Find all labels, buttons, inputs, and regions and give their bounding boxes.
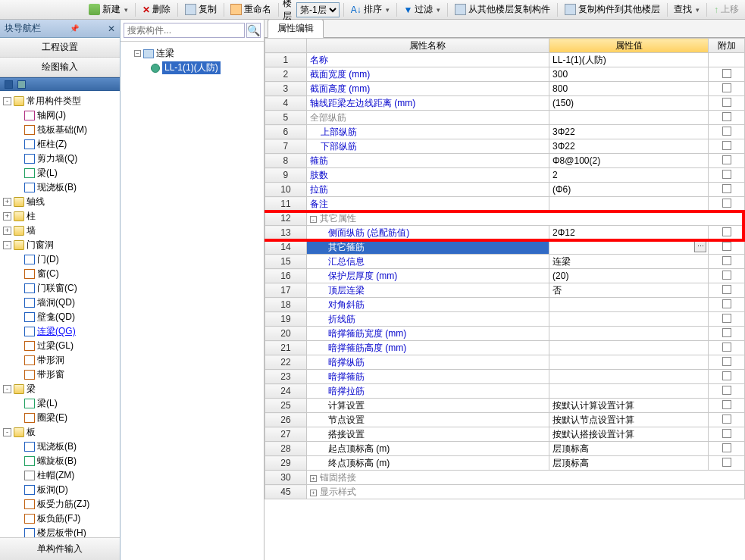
checkbox[interactable] [722,415,731,424]
property-row[interactable]: 21暗撑箍筋高度 (mm) [265,341,745,355]
property-row[interactable]: 8箍筋Φ8@100(2) [265,154,745,168]
tree-node[interactable]: +门联窗(C) [2,281,118,296]
component-root[interactable]: −连梁 [124,46,261,61]
checkbox[interactable] [722,83,731,92]
group-header[interactable]: +显示样式 [306,485,744,499]
property-value[interactable]: (20) [549,269,709,283]
property-value[interactable] [549,298,709,312]
tree-node[interactable]: +壁龛(QD) [2,310,118,324]
checkbox[interactable] [722,227,731,236]
property-row[interactable]: 17顶层连梁否 [265,283,745,298]
property-value[interactable] [549,312,709,327]
checkbox[interactable] [722,199,731,208]
property-value[interactable]: 否 [549,283,709,298]
ellipsis-button[interactable]: ⋯ [694,241,706,252]
property-value[interactable]: 300 [549,67,709,82]
property-row[interactable]: 9肢数2 [265,168,745,183]
checkbox[interactable] [722,285,731,294]
property-row[interactable]: 25计算设置按默认计算设置计算 [265,399,745,413]
tree-node[interactable]: +墙 [2,224,118,238]
moveup-button[interactable]: ↑上移 [711,2,742,17]
checkbox[interactable] [722,314,731,323]
group-header[interactable]: +锚固搭接 [306,471,744,485]
tree-node[interactable]: +轴线 [2,195,118,209]
drawing-input-button[interactable]: 绘图输入 [0,58,120,77]
property-row[interactable]: 10拉筋(Φ6) [265,183,745,197]
checkbox[interactable] [722,256,731,265]
expand-icon[interactable]: + [3,198,11,206]
view-mode-1[interactable] [5,80,13,89]
checkbox[interactable] [722,458,731,467]
floor-select[interactable]: 第-1层 [296,2,340,17]
property-value[interactable]: 层顶标高 [549,456,709,471]
property-row[interactable]: 2截面宽度 (mm)300 [265,67,745,82]
checkbox[interactable] [722,386,731,395]
tree-node[interactable]: +柱 [2,209,118,224]
tree-node[interactable]: +门(D) [2,252,118,267]
tree-node[interactable]: +板洞(D) [2,483,118,497]
checkbox[interactable] [722,242,731,251]
expand-icon[interactable]: + [3,227,11,235]
tree-node[interactable]: +剪力墙(Q) [2,152,118,166]
tree-node[interactable]: +轴网(J) [2,108,118,123]
property-value[interactable]: LL-1(1)(人防) [549,53,709,67]
expand-icon[interactable]: - [3,428,11,436]
checkbox[interactable] [722,127,731,136]
checkbox[interactable] [722,271,731,280]
checkbox[interactable] [722,343,731,352]
property-row[interactable]: 26节点设置按默认节点设置计算 [265,413,745,427]
checkbox[interactable] [722,155,731,164]
property-row[interactable]: 24暗撑拉筋 [265,384,745,399]
checkbox[interactable] [722,141,731,150]
tree-node[interactable]: +连梁(QG) [2,324,118,339]
property-row[interactable]: 20暗撑箍筋宽度 (mm) [265,327,745,341]
property-value[interactable] [549,370,709,384]
property-value[interactable]: 3Φ22 [549,125,709,139]
tree-node[interactable]: -常用构件类型 [2,94,118,108]
view-mode-2[interactable] [17,80,26,89]
tab-property-edit[interactable]: 属性编辑 [268,20,324,38]
property-value[interactable]: 按默认节点设置计算 [549,413,709,427]
property-row[interactable]: 11备注 [265,197,745,211]
checkbox[interactable] [722,98,731,107]
tree-node[interactable]: +圈梁(E) [2,411,118,425]
component-item[interactable]: LL-1(1)(人防) [124,61,261,75]
project-settings-button[interactable]: 工程设置 [0,38,120,58]
property-value[interactable] [549,355,709,370]
tree-node[interactable]: -板 [2,425,118,440]
property-row[interactable]: 1名称LL-1(1)(人防) [265,53,745,67]
tree-node[interactable]: +螺旋板(B) [2,454,118,468]
checkbox[interactable] [722,299,731,308]
property-value[interactable]: 2 [549,168,709,183]
property-value[interactable]: ⋯ [549,240,709,255]
property-value[interactable]: 2Φ12 [549,226,709,240]
property-row[interactable]: 16保护层厚度 (mm)(20) [265,269,745,283]
property-row[interactable]: 4轴线距梁左边线距离 (mm)(150) [265,96,745,111]
tree-node[interactable]: -梁 [2,382,118,396]
property-value[interactable] [549,341,709,355]
copy-to-floor-button[interactable]: 复制构件到其他楼层 [562,2,663,17]
property-value[interactable]: 800 [549,82,709,96]
property-row[interactable]: 22暗撑纵筋 [265,355,745,370]
checkbox[interactable] [722,69,731,78]
tree-node[interactable]: +楼层板带(H) [2,526,118,537]
checkbox[interactable] [722,184,731,193]
property-row[interactable]: 15汇总信息连梁 [265,255,745,269]
close-icon[interactable]: ✕ [108,23,115,34]
property-row[interactable]: 13侧面纵筋 (总配筋值)2Φ12 [265,226,745,240]
property-row[interactable]: 30+锚固搭接 [265,471,745,485]
tree-node[interactable]: +梁(L) [2,166,118,180]
checkbox[interactable] [722,328,731,337]
copy-from-floor-button[interactable]: 从其他楼层复制构件 [452,2,553,17]
filter-button[interactable]: ▼过滤▾ [400,2,443,17]
checkbox[interactable] [722,170,731,179]
group-toggle-icon[interactable]: + [310,475,317,482]
expand-icon[interactable]: + [3,212,11,221]
property-row[interactable]: 7下部纵筋3Φ22 [265,139,745,154]
copy-button[interactable]: 复制 [182,2,220,17]
property-value[interactable]: 3Φ22 [549,139,709,154]
expand-icon[interactable]: - [3,241,11,249]
checkbox[interactable] [722,400,731,409]
search-button[interactable]: 🔍 [246,23,261,38]
tree-node[interactable]: +带形窗 [2,368,118,382]
